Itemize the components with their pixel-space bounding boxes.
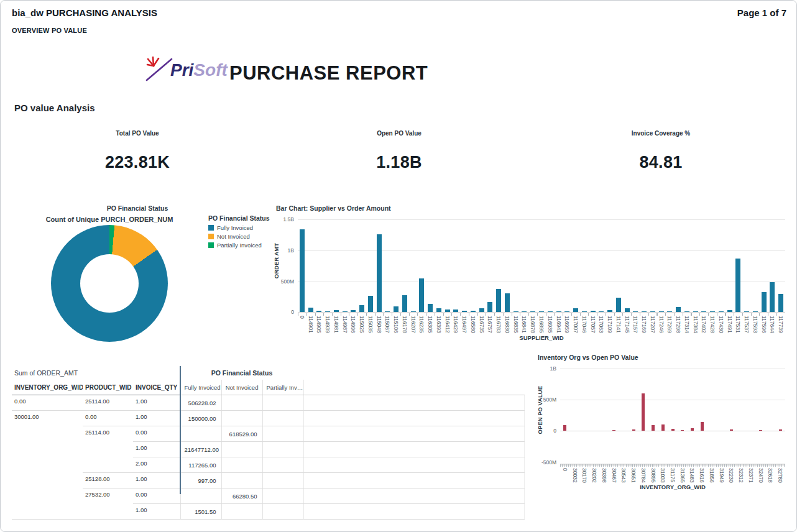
- table-cell: 30001.00: [12, 411, 83, 520]
- x-tick-label: 31949: [719, 468, 725, 483]
- bar: [377, 234, 382, 312]
- x-tick-label: 32470: [758, 468, 764, 483]
- y-tick-label: 0: [529, 428, 556, 434]
- x-tick-label: 117384: [693, 316, 699, 333]
- x-tick-label: 116895: [538, 316, 545, 333]
- bar: [779, 429, 782, 431]
- x-tick-label: 30032: [572, 468, 578, 483]
- legend-item: Fully Invoiced: [208, 224, 270, 231]
- table-cell: [221, 473, 262, 488]
- table-row: 27532.000.0066280.50: [12, 488, 524, 504]
- x-tick-label: 115025: [359, 316, 365, 333]
- table-divider-line: [180, 366, 181, 494]
- table-cell: [303, 457, 524, 473]
- table-cell: 1.00: [133, 442, 180, 457]
- x-tick-label: 114987: [342, 316, 348, 333]
- x-axis-ticks: [560, 464, 785, 467]
- table-cell: 0.00: [83, 411, 133, 426]
- x-tick-label: 117109: [607, 316, 613, 333]
- x-tick-label: 116757: [487, 316, 493, 333]
- x-tick-label: 116735: [479, 316, 485, 333]
- x-tick-label: 30784: [640, 468, 647, 483]
- x-tick-label: 30170: [581, 468, 587, 483]
- table-cell: [221, 395, 262, 411]
- table-cell: [262, 395, 303, 411]
- bar: [681, 430, 684, 431]
- x-tick-label: 117063: [598, 316, 604, 333]
- table-cell: [221, 411, 262, 426]
- bar: [735, 259, 740, 313]
- kpi-open-po-value: Open PO Value 1.18B: [306, 130, 492, 172]
- x-tick-label: 31175: [670, 468, 676, 482]
- logo-text: PriSoft: [170, 60, 228, 80]
- x-tick-label: 116941: [556, 316, 562, 333]
- bar: [671, 429, 675, 431]
- legend-title: PO Financial Status: [208, 214, 270, 222]
- table-cell: [303, 426, 524, 442]
- x-tick-label: 116305: [427, 316, 433, 333]
- donut-hole: [80, 254, 139, 313]
- bar: [573, 308, 578, 313]
- kpi-total-po-value: Total PO Value 223.81K: [44, 130, 231, 172]
- bar: [548, 311, 553, 312]
- bar: [316, 311, 321, 313]
- bar: [308, 308, 313, 312]
- y-tick-label: 1.5B: [267, 216, 294, 222]
- analysis-heading: PO value Analysis: [14, 103, 95, 113]
- table-row: 0.0025114.001.00506228.02: [12, 395, 524, 411]
- bar: [394, 306, 398, 312]
- bar: [530, 311, 535, 312]
- bar: [693, 311, 698, 312]
- bar: [684, 311, 689, 312]
- table-cell: [262, 488, 303, 504]
- bar: [564, 311, 569, 312]
- legend-label: Fully Invoiced: [217, 224, 253, 231]
- bar: [676, 307, 681, 312]
- table-cell: [262, 457, 303, 473]
- table-cell: [221, 442, 262, 457]
- bar: [385, 311, 390, 312]
- table-cell: 1501.50: [180, 504, 221, 520]
- x-tick-label: 115035: [367, 316, 374, 333]
- order-amount-pivot-table: Sum of ORDER_AMTPO Financial StatusINVEN…: [12, 366, 525, 520]
- bar: [652, 425, 655, 431]
- inventory-bar-chart: [560, 367, 785, 466]
- x-tick-label: 114939: [325, 316, 331, 333]
- table-cell: 0.00: [133, 488, 180, 504]
- bar: [642, 393, 645, 431]
- x-tick-label: 117596: [761, 316, 767, 333]
- y-tick-label: 0: [267, 309, 294, 315]
- bar: [428, 304, 433, 312]
- table-cell: [303, 411, 524, 426]
- supplier-chart-title: Bar Chart: Supplier vs Order Amount: [276, 204, 391, 212]
- report-page: bia_dw PURCHASING ANALYSIS Page 1 of 7 O…: [0, 0, 797, 532]
- bar: [661, 424, 665, 431]
- table-cell: [180, 488, 221, 504]
- legend-label: Partially Invoiced: [217, 242, 262, 249]
- bar: [343, 311, 348, 312]
- x-tick-label: 117314: [684, 316, 690, 333]
- legend-swatch: [208, 234, 214, 239]
- bar: [522, 311, 527, 312]
- bar: [359, 305, 364, 312]
- table-cell: [303, 473, 524, 488]
- x-tick-label: 117593: [752, 316, 758, 333]
- table-cell: [262, 504, 303, 520]
- column-header: INVENTORY_ORG_WID: [12, 380, 83, 395]
- x-tick-label: 117531: [735, 316, 741, 333]
- table-cell: 1.00: [133, 395, 180, 411]
- legend-swatch: [208, 242, 214, 248]
- bar: [701, 311, 706, 312]
- table-cell: [262, 426, 303, 442]
- bar: [625, 308, 630, 312]
- table-cell: [262, 442, 303, 457]
- x-tick-label: 116178: [402, 316, 408, 333]
- inventory-x-axis-title: INVENTORY_ORG_WID: [560, 484, 785, 490]
- table-cell: 117265.00: [180, 457, 221, 473]
- bar: [607, 310, 612, 312]
- table-group-header: PO Financial Status: [180, 366, 303, 380]
- donut-chart-subtitle: Count of Unique PURCH_ORDER_NUM: [1, 216, 218, 223]
- x-tick-label: 30398: [601, 468, 607, 483]
- table-column-header-row: INVENTORY_ORG_WIDPRODUCT_WIDINVOICE_QTYF…: [12, 380, 524, 395]
- table-cell: 25114.00: [83, 426, 133, 473]
